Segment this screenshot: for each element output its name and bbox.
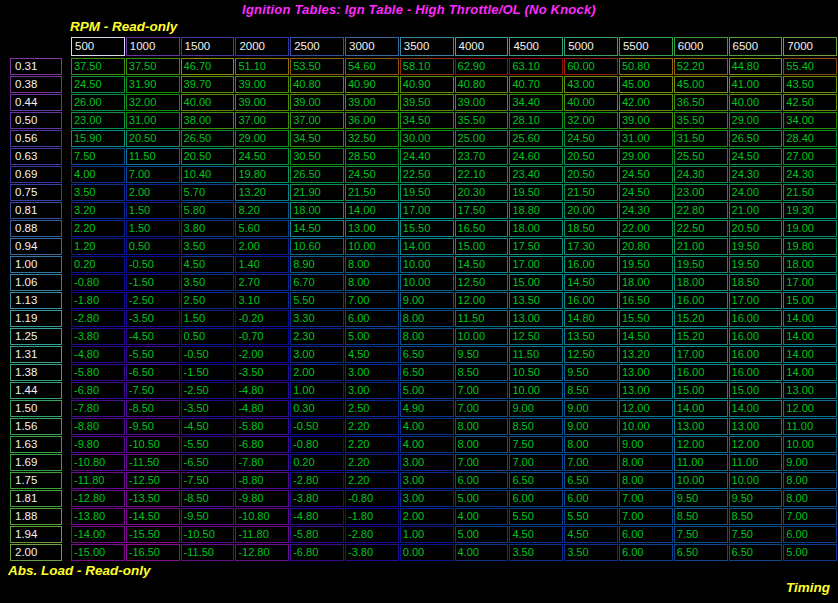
table-cell[interactable]: 52.20 xyxy=(674,58,728,75)
table-cell[interactable]: 1.00 xyxy=(290,382,344,399)
table-cell[interactable]: 13.20 xyxy=(235,184,289,201)
table-cell[interactable]: 5.70 xyxy=(181,184,235,201)
table-cell[interactable]: 2.50 xyxy=(345,400,399,417)
table-cell[interactable]: 16.50 xyxy=(619,292,673,309)
table-cell[interactable]: -2.50 xyxy=(126,292,180,309)
table-cell[interactable]: 26.50 xyxy=(729,130,783,147)
table-cell[interactable]: 31.90 xyxy=(126,76,180,93)
table-cell[interactable]: 8.50 xyxy=(509,418,563,435)
table-cell[interactable]: 18.00 xyxy=(290,202,344,219)
table-cell[interactable]: 14.00 xyxy=(674,400,728,417)
table-cell[interactable]: 24.50 xyxy=(71,76,125,93)
table-cell[interactable]: 2.30 xyxy=(290,328,344,345)
table-cell[interactable]: -2.80 xyxy=(71,310,125,327)
table-cell[interactable]: 60.00 xyxy=(564,58,618,75)
table-cell[interactable]: -0.80 xyxy=(345,490,399,507)
table-cell[interactable]: 17.00 xyxy=(509,256,563,273)
table-cell[interactable]: 0.30 xyxy=(290,400,344,417)
table-cell[interactable]: 7.50 xyxy=(71,148,125,165)
load-header-cell[interactable]: 1.69 xyxy=(10,454,62,471)
table-cell[interactable]: 7.00 xyxy=(509,454,563,471)
table-cell[interactable]: 11.00 xyxy=(674,454,728,471)
table-cell[interactable]: 24.50 xyxy=(345,166,399,183)
table-cell[interactable]: -1.50 xyxy=(181,364,235,381)
table-cell[interactable]: -7.80 xyxy=(235,454,289,471)
table-cell[interactable]: 15.00 xyxy=(509,274,563,291)
table-cell[interactable]: 7.00 xyxy=(619,490,673,507)
table-cell[interactable]: 36.00 xyxy=(345,112,399,129)
table-cell[interactable]: 6.00 xyxy=(345,310,399,327)
table-cell[interactable]: 11.00 xyxy=(783,418,837,435)
table-cell[interactable]: 3.00 xyxy=(345,382,399,399)
table-cell[interactable]: 10.00 xyxy=(345,238,399,255)
table-cell[interactable]: 43.00 xyxy=(564,76,618,93)
table-cell[interactable]: 18.00 xyxy=(783,256,837,273)
table-cell[interactable]: 9.00 xyxy=(783,454,837,471)
table-cell[interactable]: -7.80 xyxy=(71,400,125,417)
table-cell[interactable]: 7.00 xyxy=(126,166,180,183)
table-cell[interactable]: -4.50 xyxy=(126,328,180,345)
table-cell[interactable]: 28.10 xyxy=(509,112,563,129)
table-cell[interactable]: -5.80 xyxy=(235,418,289,435)
table-cell[interactable]: 10.00 xyxy=(783,436,837,453)
table-cell[interactable]: 16.00 xyxy=(564,292,618,309)
table-cell[interactable]: 16.00 xyxy=(729,310,783,327)
table-cell[interactable]: 35.50 xyxy=(455,112,509,129)
rpm-header-cell[interactable]: 500 xyxy=(71,37,125,56)
table-cell[interactable]: -14.50 xyxy=(126,508,180,525)
table-cell[interactable]: 3.20 xyxy=(71,202,125,219)
table-cell[interactable]: 2.00 xyxy=(235,238,289,255)
table-cell[interactable]: 18.00 xyxy=(619,274,673,291)
table-cell[interactable]: 16.50 xyxy=(455,220,509,237)
table-cell[interactable]: 8.00 xyxy=(783,490,837,507)
table-cell[interactable]: 29.00 xyxy=(729,112,783,129)
table-cell[interactable]: 16.00 xyxy=(729,364,783,381)
table-cell[interactable]: 9.00 xyxy=(564,418,618,435)
table-cell[interactable]: 4.90 xyxy=(400,400,454,417)
table-cell[interactable]: -6.80 xyxy=(71,382,125,399)
table-cell[interactable]: 19.50 xyxy=(729,256,783,273)
table-cell[interactable]: 13.00 xyxy=(619,364,673,381)
table-cell[interactable]: 58.10 xyxy=(400,58,454,75)
table-cell[interactable]: 17.00 xyxy=(674,346,728,363)
table-cell[interactable]: 8.00 xyxy=(400,328,454,345)
load-header-cell[interactable]: 1.19 xyxy=(10,310,62,327)
table-cell[interactable]: 10.60 xyxy=(290,238,344,255)
table-cell[interactable]: 37.00 xyxy=(235,112,289,129)
table-cell[interactable]: -2.80 xyxy=(345,526,399,543)
table-cell[interactable]: -6.80 xyxy=(290,544,344,561)
rpm-header-cell[interactable]: 4000 xyxy=(455,37,509,56)
table-cell[interactable]: -13.50 xyxy=(126,490,180,507)
table-cell[interactable]: 19.50 xyxy=(619,256,673,273)
table-cell[interactable]: 18.50 xyxy=(564,220,618,237)
table-cell[interactable]: 13.00 xyxy=(783,382,837,399)
table-cell[interactable]: 6.00 xyxy=(455,472,509,489)
load-header-cell[interactable]: 1.75 xyxy=(10,472,62,489)
table-cell[interactable]: 5.80 xyxy=(181,202,235,219)
table-cell[interactable]: 24.50 xyxy=(564,130,618,147)
table-cell[interactable]: 11.50 xyxy=(455,310,509,327)
load-header-cell[interactable]: 1.31 xyxy=(10,346,62,363)
table-cell[interactable]: 21.00 xyxy=(729,202,783,219)
table-cell[interactable]: 40.90 xyxy=(400,76,454,93)
table-cell[interactable]: -0.80 xyxy=(290,436,344,453)
table-cell[interactable]: 6.50 xyxy=(400,346,454,363)
table-cell[interactable]: 8.00 xyxy=(619,472,673,489)
table-cell[interactable]: 21.50 xyxy=(345,184,399,201)
table-cell[interactable]: 2.20 xyxy=(345,418,399,435)
table-cell[interactable]: 34.00 xyxy=(783,112,837,129)
table-cell[interactable]: -3.50 xyxy=(126,310,180,327)
table-cell[interactable]: 4.00 xyxy=(455,508,509,525)
table-cell[interactable]: -5.80 xyxy=(290,526,344,543)
table-cell[interactable]: 6.50 xyxy=(674,544,728,561)
table-cell[interactable]: 3.50 xyxy=(564,544,618,561)
table-cell[interactable]: 16.00 xyxy=(729,346,783,363)
table-cell[interactable]: 17.50 xyxy=(509,238,563,255)
table-cell[interactable]: 9.00 xyxy=(400,292,454,309)
table-cell[interactable]: 2.20 xyxy=(345,472,399,489)
table-cell[interactable]: 9.00 xyxy=(509,400,563,417)
table-cell[interactable]: 4.50 xyxy=(509,526,563,543)
table-cell[interactable]: 5.00 xyxy=(455,526,509,543)
table-cell[interactable]: 14.50 xyxy=(290,220,344,237)
table-cell[interactable]: -9.80 xyxy=(71,436,125,453)
